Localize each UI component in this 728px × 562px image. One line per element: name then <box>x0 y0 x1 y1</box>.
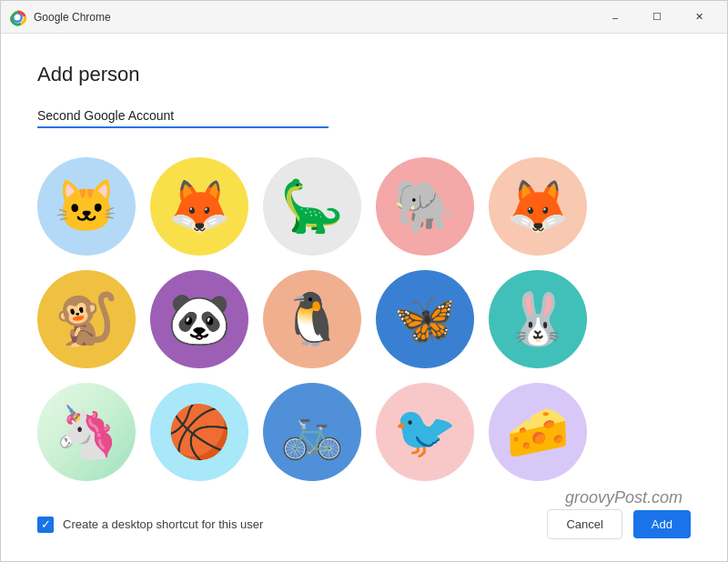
maximize-button[interactable]: ☐ <box>636 1 678 34</box>
checkbox-label: Create a desktop shortcut for this user <box>63 517 263 531</box>
avatar-item[interactable]: 🏀 <box>150 383 248 481</box>
add-button[interactable]: Add <box>633 510 691 538</box>
avatar-item[interactable]: 🚲 <box>263 383 361 481</box>
avatar-section: 🐱🦊🦕🐘🦊🐒🐼🐧🦋🐰🦄🏀🚲🐦🧀 <box>37 150 691 495</box>
avatar-item[interactable]: 🦊 <box>489 157 587 256</box>
watermark: groovyPost.com <box>565 488 682 507</box>
close-button[interactable]: ✕ <box>678 1 720 34</box>
avatar-item[interactable]: 🦕 <box>263 157 361 256</box>
avatar-grid: 🐱🦊🦕🐘🦊🐒🐼🐧🦋🐰🦄🏀🚲🐦🧀 <box>37 150 687 488</box>
window-controls: – ☐ ✕ <box>594 1 720 34</box>
avatar-item[interactable]: 🐧 <box>263 270 361 368</box>
avatar-item[interactable]: 🦄 <box>37 383 136 481</box>
titlebar: Google Chrome – ☐ ✕ <box>1 1 727 34</box>
desktop-shortcut-checkbox[interactable]: ✓ <box>37 517 54 533</box>
avatar-item[interactable]: 🐦 <box>376 383 474 481</box>
avatar-scroll-container[interactable]: 🐱🦊🦕🐘🦊🐒🐼🐧🦋🐰🦄🏀🚲🐦🧀 <box>37 150 691 495</box>
dialog-title: Add person <box>37 63 691 86</box>
name-input[interactable] <box>37 105 329 128</box>
cancel-button[interactable]: Cancel <box>547 509 622 539</box>
dialog-content: Add person 🐱🦊🦕🐘🦊🐒🐼🐧🦋🐰🦄🏀🚲🐦🧀 ✓ Create a de… <box>1 34 727 561</box>
checkmark-icon: ✓ <box>41 518 51 530</box>
avatar-item[interactable]: 🐼 <box>150 270 248 368</box>
chrome-logo-icon <box>8 8 26 26</box>
avatar-item[interactable]: 🐰 <box>489 270 587 368</box>
avatar-item[interactable]: 🐘 <box>376 157 474 256</box>
avatar-item[interactable]: 🐱 <box>37 157 136 256</box>
name-input-section <box>37 105 691 128</box>
window-title: Google Chrome <box>34 11 594 24</box>
footer-buttons: Cancel Add <box>547 509 691 539</box>
avatar-item[interactable]: 🦊 <box>150 157 248 256</box>
avatar-item[interactable]: 🐒 <box>37 270 136 368</box>
avatar-item[interactable]: 🦋 <box>376 270 474 368</box>
checkbox-row: ✓ Create a desktop shortcut for this use… <box>37 517 263 533</box>
chrome-window: Google Chrome – ☐ ✕ Add person 🐱🦊🦕🐘🦊🐒🐼🐧🦋… <box>0 0 728 562</box>
minimize-button[interactable]: – <box>594 1 636 34</box>
avatar-item[interactable]: 🧀 <box>489 383 587 481</box>
